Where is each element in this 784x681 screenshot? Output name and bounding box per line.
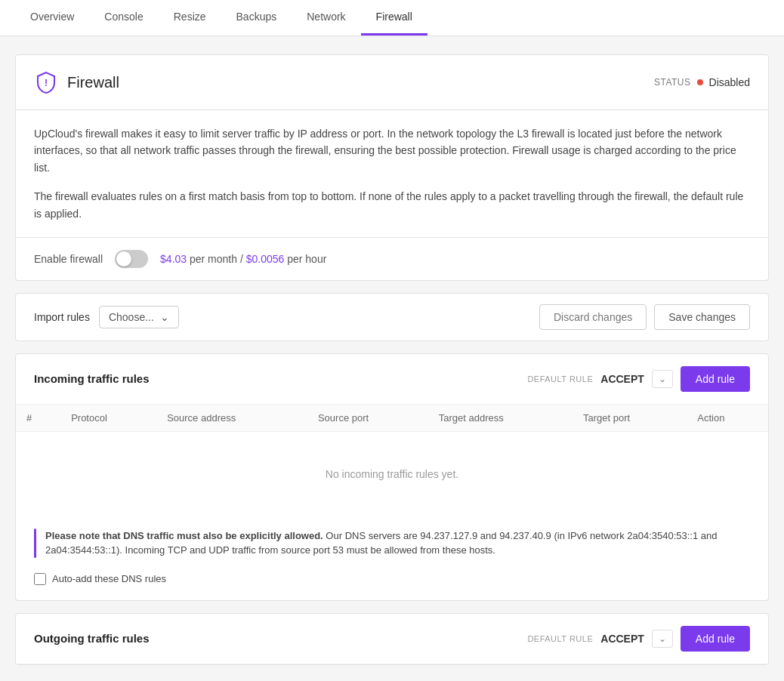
outgoing-default-rule-value: ACCEPT — [600, 633, 644, 645]
outgoing-add-rule-button[interactable]: Add rule — [681, 626, 750, 652]
status-text: Disabled — [709, 76, 750, 88]
tab-console[interactable]: Console — [89, 0, 158, 35]
save-changes-button[interactable]: Save changes — [654, 304, 750, 330]
import-rules-left: Import rules Choose... ⌄ — [34, 306, 179, 328]
price-monthly: $4.03 — [160, 253, 187, 265]
incoming-traffic-card: Incoming traffic rules DEFAULT RULE ACCE… — [15, 353, 769, 601]
import-rules-label: Import rules — [34, 311, 90, 323]
incoming-default-rule-label: DEFAULT RULE — [527, 374, 593, 384]
incoming-traffic-header: Incoming traffic rules DEFAULT RULE ACCE… — [16, 354, 768, 405]
firewall-header: ! Firewall STATUS Disabled — [16, 55, 768, 110]
tab-overview[interactable]: Overview — [15, 0, 89, 35]
top-nav: Overview Console Resize Backups Network … — [0, 0, 784, 36]
col-protocol: Protocol — [60, 405, 156, 432]
dns-notice-content: Please note that DNS traffic must also b… — [45, 528, 750, 558]
incoming-empty-state: No incoming traffic rules yet. — [16, 432, 768, 516]
table-header-row: # Protocol Source address Source port Ta… — [16, 405, 768, 432]
dropdown-label: Choose... — [109, 311, 154, 323]
col-hash: # — [16, 405, 60, 432]
toggle-track — [115, 250, 148, 268]
dns-notice-bold: Please note that DNS traffic must also b… — [45, 530, 323, 541]
outgoing-default-rule-label: DEFAULT RULE — [527, 634, 593, 643]
svg-text:!: ! — [45, 78, 48, 88]
incoming-traffic-title: Incoming traffic rules — [34, 372, 150, 385]
incoming-add-rule-button[interactable]: Add rule — [681, 366, 750, 392]
incoming-empty-message: No incoming traffic rules yet. — [326, 468, 458, 480]
description-2: The firewall evaluates rules on a first … — [34, 188, 750, 222]
tab-backups[interactable]: Backups — [221, 0, 292, 35]
import-rules-right: Discard changes Save changes — [539, 304, 750, 330]
price-hourly: $0.0056 — [246, 253, 285, 265]
toggle-thumb — [116, 251, 131, 267]
incoming-traffic-controls: DEFAULT RULE ACCEPT ⌄ Add rule — [527, 366, 750, 392]
dns-notice: Please note that DNS traffic must also b… — [34, 528, 750, 558]
col-action: Action — [687, 405, 768, 432]
col-target-address: Target address — [428, 405, 573, 432]
outgoing-traffic-header: Outgoing traffic rules DEFAULT RULE ACCE… — [16, 614, 768, 664]
firewall-title-group: ! Firewall — [34, 70, 119, 94]
status-dot — [697, 79, 703, 85]
discard-changes-button[interactable]: Discard changes — [539, 304, 647, 330]
auto-add-dns-row: Auto-add these DNS rules — [34, 573, 750, 585]
status-group: STATUS Disabled — [654, 76, 750, 88]
tab-firewall[interactable]: Firewall — [361, 0, 427, 35]
description-area: UpCloud's firewall makes it easy to limi… — [16, 110, 768, 238]
status-label: STATUS — [654, 77, 691, 88]
dns-notice-bar — [34, 528, 36, 558]
tab-resize[interactable]: Resize — [159, 0, 221, 35]
firewall-card: ! Firewall STATUS Disabled UpCloud's fir… — [15, 54, 769, 281]
per-hour-label: per hour — [287, 253, 326, 265]
outgoing-traffic-card: Outgoing traffic rules DEFAULT RULE ACCE… — [15, 613, 769, 665]
import-rules-bar: Import rules Choose... ⌄ Discard changes… — [15, 293, 769, 341]
outgoing-traffic-title: Outgoing traffic rules — [34, 632, 150, 645]
incoming-default-rule-value: ACCEPT — [600, 373, 644, 385]
col-target-port: Target port — [573, 405, 687, 432]
per-month-label: per month / — [190, 253, 246, 265]
description-1: UpCloud's firewall makes it easy to limi… — [34, 125, 750, 176]
col-source-address: Source address — [156, 405, 307, 432]
import-rules-dropdown[interactable]: Choose... ⌄ — [99, 306, 179, 328]
auto-add-dns-label: Auto-add these DNS rules — [52, 573, 166, 584]
col-source-port: Source port — [307, 405, 428, 432]
auto-add-dns-checkbox[interactable] — [34, 573, 46, 585]
enable-firewall-row: Enable firewall $4.03 per month / $0.005… — [16, 238, 768, 280]
dropdown-chevron-icon: ⌄ — [160, 311, 169, 323]
firewall-shield-icon: ! — [34, 70, 58, 94]
enable-firewall-toggle[interactable] — [115, 250, 148, 268]
incoming-rules-table: # Protocol Source address Source port Ta… — [16, 405, 768, 432]
incoming-default-rule-dropdown[interactable]: ⌄ — [652, 370, 673, 388]
tab-network[interactable]: Network — [292, 0, 360, 35]
outgoing-traffic-controls: DEFAULT RULE ACCEPT ⌄ Add rule — [527, 626, 750, 652]
pricing-text: $4.03 per month / $0.0056 per hour — [160, 253, 326, 265]
outgoing-default-rule-dropdown[interactable]: ⌄ — [652, 630, 673, 648]
enable-firewall-label: Enable firewall — [34, 253, 103, 265]
firewall-title: Firewall — [67, 74, 119, 91]
